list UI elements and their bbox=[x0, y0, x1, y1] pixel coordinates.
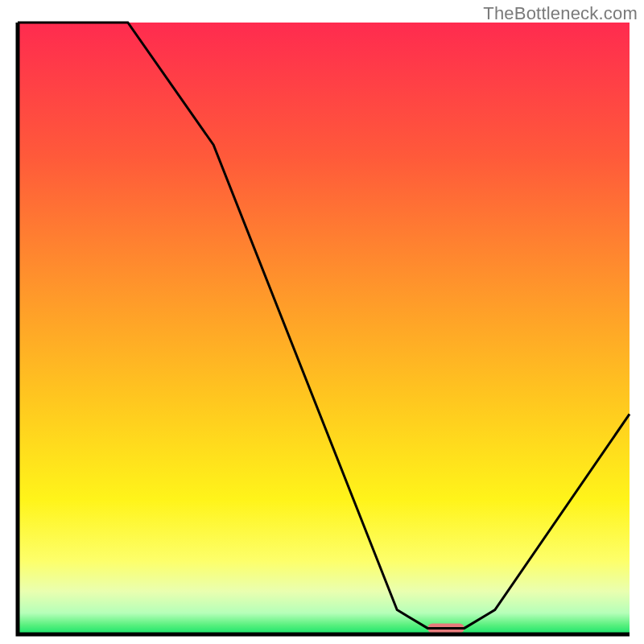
bottleneck-chart bbox=[0, 0, 644, 644]
plot-background bbox=[18, 23, 630, 634]
chart-container: TheBottleneck.com bbox=[0, 0, 644, 644]
watermark-text: TheBottleneck.com bbox=[483, 3, 638, 24]
